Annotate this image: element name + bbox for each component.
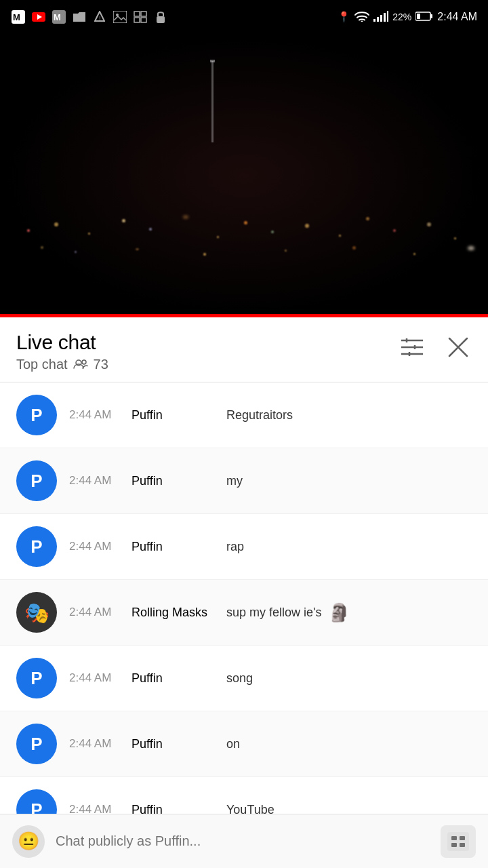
progress-bar-red bbox=[0, 314, 488, 317]
message-content: 2:44 AM Puffin Regutraitors bbox=[69, 408, 472, 422]
svg-rect-16 bbox=[373, 19, 375, 22]
icon-grid bbox=[133, 9, 148, 24]
message-text: on bbox=[226, 737, 240, 751]
location-icon: 📍 bbox=[338, 11, 350, 23]
city-lights bbox=[0, 209, 488, 263]
message-text: rap bbox=[226, 540, 244, 554]
message-content: 2:44 AM Puffin on bbox=[69, 737, 472, 751]
svg-rect-10 bbox=[134, 12, 140, 16]
battery-icon bbox=[415, 12, 433, 23]
close-button[interactable] bbox=[445, 334, 472, 361]
wifi-icon bbox=[354, 11, 369, 24]
avatar: P bbox=[16, 526, 57, 567]
message-author: Puffin bbox=[131, 408, 220, 422]
livechat-header-right bbox=[399, 331, 472, 361]
svg-text:M: M bbox=[54, 12, 61, 22]
status-bar: M M ! 📍 22% bbox=[0, 0, 488, 34]
signal-icon bbox=[373, 11, 388, 24]
message-time: 2:44 AM bbox=[69, 540, 125, 553]
message-text: Regutraitors bbox=[226, 408, 293, 422]
viewer-count: 73 bbox=[94, 357, 108, 372]
svg-rect-11 bbox=[141, 12, 146, 16]
svg-rect-17 bbox=[377, 17, 379, 22]
chat-message-3: 🎭 2:44 AM Rolling Masks sup my fellow ie… bbox=[0, 580, 488, 646]
chat-message-0: P 2:44 AM Puffin Regutraitors bbox=[0, 382, 488, 448]
livechat-title: Live chat bbox=[16, 331, 108, 354]
svg-point-25 bbox=[82, 360, 86, 364]
icon-image bbox=[113, 9, 127, 24]
chat-message-2: P 2:44 AM Puffin rap bbox=[0, 514, 488, 580]
filter-icon[interactable] bbox=[399, 334, 426, 361]
message-author: Puffin bbox=[131, 737, 220, 751]
message-author: Puffin bbox=[131, 671, 220, 686]
chat-message-1: P 2:44 AM Puffin my bbox=[0, 448, 488, 514]
icon-alert: ! bbox=[92, 9, 107, 24]
icon-youtube bbox=[31, 9, 46, 24]
svg-rect-8 bbox=[113, 11, 127, 23]
svg-rect-38 bbox=[460, 843, 465, 847]
message-text: sup my fellow ie's bbox=[226, 606, 321, 620]
video-player[interactable] bbox=[0, 34, 488, 317]
avatar: P bbox=[16, 724, 57, 764]
svg-rect-13 bbox=[141, 18, 146, 22]
svg-text:!: ! bbox=[99, 15, 101, 22]
message-content: 2:44 AM Puffin my bbox=[69, 474, 472, 488]
svg-rect-35 bbox=[451, 836, 457, 840]
top-chat-label[interactable]: Top chat bbox=[16, 357, 68, 372]
send-button[interactable] bbox=[441, 825, 476, 858]
battery-percent: 22% bbox=[392, 12, 411, 22]
svg-rect-37 bbox=[451, 843, 457, 847]
svg-rect-23 bbox=[417, 14, 420, 19]
message-time: 2:44 AM bbox=[69, 737, 125, 751]
avatar: P bbox=[16, 460, 57, 501]
livechat-header-left: Live chat Top chat 73 bbox=[16, 331, 108, 372]
svg-rect-20 bbox=[387, 11, 388, 22]
icon-folder bbox=[72, 9, 87, 24]
avatar: P bbox=[16, 395, 57, 435]
livechat-subtitle: Top chat 73 bbox=[16, 357, 108, 372]
chat-messages: P 2:44 AM Puffin Regutraitors P 2:44 AM … bbox=[0, 382, 488, 868]
svg-rect-19 bbox=[384, 13, 386, 22]
status-bar-left: M M ! bbox=[11, 9, 168, 24]
avatar: P bbox=[16, 658, 57, 698]
chat-input-bar: 😐 bbox=[0, 814, 488, 868]
message-text: song bbox=[226, 671, 253, 686]
message-emoji: 🗿 bbox=[328, 602, 350, 623]
status-bar-right: 📍 22% 2:44 AM bbox=[338, 11, 477, 24]
livechat-panel: Live chat Top chat 73 bbox=[0, 317, 488, 868]
svg-point-15 bbox=[361, 20, 363, 22]
viewer-icon bbox=[73, 357, 88, 372]
message-content: 2:44 AM Puffin rap bbox=[69, 540, 472, 554]
svg-rect-18 bbox=[380, 15, 382, 22]
avatar: 🎭 bbox=[16, 592, 57, 633]
svg-rect-12 bbox=[134, 18, 140, 22]
avatar-icon: 🎭 bbox=[16, 592, 57, 633]
emoji-button[interactable]: 😐 bbox=[12, 825, 45, 858]
message-content: 2:44 AM Rolling Masks sup my fellow ie's… bbox=[69, 602, 472, 623]
svg-rect-22 bbox=[430, 14, 432, 18]
message-content: 2:44 AM Puffin song bbox=[69, 671, 472, 686]
clock: 2:44 AM bbox=[437, 11, 477, 23]
svg-rect-34 bbox=[447, 832, 469, 851]
chat-input-field[interactable] bbox=[56, 825, 430, 858]
chat-message-4: P 2:44 AM Puffin song bbox=[0, 646, 488, 711]
icon-lock bbox=[153, 9, 168, 24]
svg-rect-36 bbox=[460, 836, 465, 840]
svg-text:M: M bbox=[13, 12, 20, 22]
message-time: 2:44 AM bbox=[69, 474, 125, 488]
message-time: 2:44 AM bbox=[69, 606, 125, 619]
message-author: Puffin bbox=[131, 540, 220, 554]
message-author: Puffin bbox=[131, 474, 220, 488]
icon-m2: M bbox=[52, 9, 66, 24]
emoji-icon: 😐 bbox=[18, 831, 39, 852]
message-author: Rolling Masks bbox=[131, 606, 220, 620]
livechat-header: Live chat Top chat 73 bbox=[0, 317, 488, 382]
svg-rect-14 bbox=[157, 16, 165, 23]
message-time: 2:44 AM bbox=[69, 408, 125, 422]
message-time: 2:44 AM bbox=[69, 671, 125, 685]
message-text: my bbox=[226, 474, 243, 488]
chat-message-5: P 2:44 AM Puffin on bbox=[0, 711, 488, 777]
icon-m1: M bbox=[11, 9, 26, 24]
